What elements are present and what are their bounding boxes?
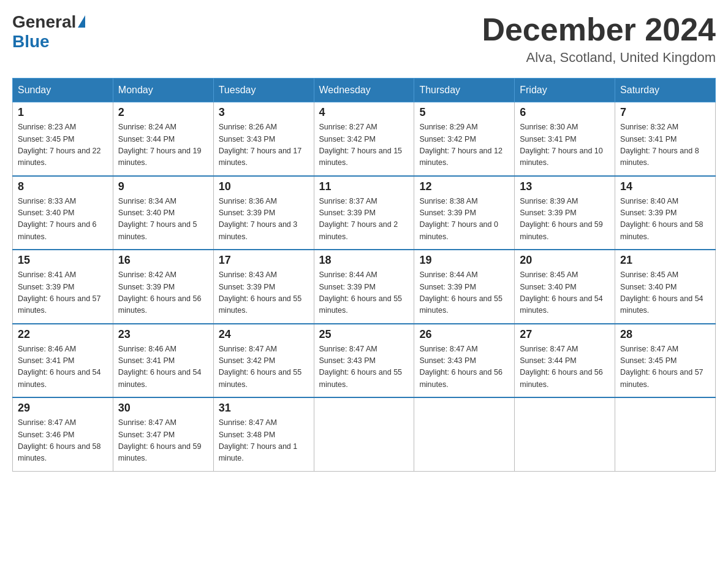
day-info: Sunrise: 8:43 AMSunset: 3:39 PMDaylight:… [219, 270, 302, 315]
day-info: Sunrise: 8:33 AMSunset: 3:40 PMDaylight:… [18, 197, 97, 241]
day-info: Sunrise: 8:47 AMSunset: 3:42 PMDaylight:… [219, 345, 302, 389]
calendar-cell: 7 Sunrise: 8:32 AMSunset: 3:41 PMDayligh… [615, 102, 716, 176]
logo: General Blue [12, 12, 85, 52]
day-number: 16 [118, 254, 208, 267]
day-number: 20 [520, 254, 610, 267]
calendar-cell: 18 Sunrise: 8:44 AMSunset: 3:39 PMDaylig… [314, 250, 414, 324]
day-info: Sunrise: 8:30 AMSunset: 3:41 PMDaylight:… [520, 123, 603, 167]
calendar-cell: 15 Sunrise: 8:41 AMSunset: 3:39 PMDaylig… [13, 250, 113, 324]
calendar-cell: 25 Sunrise: 8:47 AMSunset: 3:43 PMDaylig… [314, 324, 414, 398]
weekday-header-friday: Friday [515, 79, 615, 102]
day-number: 30 [118, 402, 208, 415]
calendar-cell: 20 Sunrise: 8:45 AMSunset: 3:40 PMDaylig… [515, 250, 615, 324]
weekday-header-saturday: Saturday [615, 79, 716, 102]
day-info: Sunrise: 8:36 AMSunset: 3:39 PMDaylight:… [219, 197, 298, 241]
weekday-header-sunday: Sunday [13, 79, 113, 102]
calendar-cell: 13 Sunrise: 8:39 AMSunset: 3:39 PMDaylig… [515, 176, 615, 250]
calendar-cell: 22 Sunrise: 8:46 AMSunset: 3:41 PMDaylig… [13, 324, 113, 398]
calendar-week-row: 22 Sunrise: 8:46 AMSunset: 3:41 PMDaylig… [13, 324, 716, 398]
calendar-cell: 19 Sunrise: 8:44 AMSunset: 3:39 PMDaylig… [414, 250, 515, 324]
day-info: Sunrise: 8:47 AMSunset: 3:48 PMDaylight:… [219, 418, 298, 462]
calendar-cell: 17 Sunrise: 8:43 AMSunset: 3:39 PMDaylig… [213, 250, 314, 324]
day-info: Sunrise: 8:46 AMSunset: 3:41 PMDaylight:… [18, 345, 101, 389]
day-info: Sunrise: 8:27 AMSunset: 3:42 PMDaylight:… [319, 123, 403, 167]
logo-triangle-icon [78, 15, 85, 28]
calendar-week-row: 8 Sunrise: 8:33 AMSunset: 3:40 PMDayligh… [13, 176, 716, 250]
calendar-cell [515, 397, 615, 471]
logo-blue-part [76, 15, 85, 29]
day-info: Sunrise: 8:47 AMSunset: 3:44 PMDaylight:… [520, 345, 603, 389]
day-info: Sunrise: 8:47 AMSunset: 3:43 PMDaylight:… [319, 345, 403, 389]
calendar-cell: 4 Sunrise: 8:27 AMSunset: 3:42 PMDayligh… [314, 102, 414, 176]
calendar-week-row: 15 Sunrise: 8:41 AMSunset: 3:39 PMDaylig… [13, 250, 716, 324]
calendar-cell: 1 Sunrise: 8:23 AMSunset: 3:45 PMDayligh… [13, 102, 113, 176]
calendar-cell: 16 Sunrise: 8:42 AMSunset: 3:39 PMDaylig… [113, 250, 213, 324]
weekday-header-monday: Monday [113, 79, 213, 102]
day-info: Sunrise: 8:39 AMSunset: 3:39 PMDaylight:… [520, 197, 603, 241]
day-number: 8 [18, 180, 108, 193]
day-number: 17 [219, 254, 309, 267]
day-info: Sunrise: 8:46 AMSunset: 3:41 PMDaylight:… [118, 345, 202, 389]
day-number: 7 [620, 106, 710, 119]
day-info: Sunrise: 8:38 AMSunset: 3:39 PMDaylight:… [419, 197, 498, 241]
day-number: 21 [620, 254, 710, 267]
calendar-cell: 28 Sunrise: 8:47 AMSunset: 3:45 PMDaylig… [615, 324, 716, 398]
calendar-cell: 2 Sunrise: 8:24 AMSunset: 3:44 PMDayligh… [113, 102, 213, 176]
calendar-cell: 27 Sunrise: 8:47 AMSunset: 3:44 PMDaylig… [515, 324, 615, 398]
day-number: 19 [419, 254, 509, 267]
calendar-week-row: 1 Sunrise: 8:23 AMSunset: 3:45 PMDayligh… [13, 102, 716, 176]
day-number: 29 [18, 402, 108, 415]
day-info: Sunrise: 8:40 AMSunset: 3:39 PMDaylight:… [620, 197, 703, 241]
logo-general-text: General [12, 12, 76, 32]
calendar-cell: 8 Sunrise: 8:33 AMSunset: 3:40 PMDayligh… [13, 176, 113, 250]
day-number: 31 [219, 402, 309, 415]
day-number: 26 [419, 328, 509, 341]
day-info: Sunrise: 8:29 AMSunset: 3:42 PMDaylight:… [419, 123, 502, 167]
calendar-cell: 29 Sunrise: 8:47 AMSunset: 3:46 PMDaylig… [13, 397, 113, 471]
calendar-cell: 9 Sunrise: 8:34 AMSunset: 3:40 PMDayligh… [113, 176, 213, 250]
calendar-cell [615, 397, 716, 471]
day-number: 6 [520, 106, 610, 119]
day-number: 22 [18, 328, 108, 341]
calendar-cell: 21 Sunrise: 8:45 AMSunset: 3:40 PMDaylig… [615, 250, 716, 324]
day-info: Sunrise: 8:44 AMSunset: 3:39 PMDaylight:… [419, 270, 502, 315]
day-info: Sunrise: 8:45 AMSunset: 3:40 PMDaylight:… [620, 270, 703, 315]
calendar-cell: 11 Sunrise: 8:37 AMSunset: 3:39 PMDaylig… [314, 176, 414, 250]
day-number: 2 [118, 106, 208, 119]
day-number: 9 [118, 180, 208, 193]
weekday-header-row: SundayMondayTuesdayWednesdayThursdayFrid… [13, 79, 716, 102]
weekday-header-thursday: Thursday [414, 79, 515, 102]
day-number: 10 [219, 180, 309, 193]
calendar-cell: 14 Sunrise: 8:40 AMSunset: 3:39 PMDaylig… [615, 176, 716, 250]
location-title: Alva, Scotland, United Kingdom [482, 50, 716, 66]
day-number: 27 [520, 328, 610, 341]
day-number: 25 [319, 328, 409, 341]
day-number: 24 [219, 328, 309, 341]
day-number: 11 [319, 180, 409, 193]
day-info: Sunrise: 8:47 AMSunset: 3:45 PMDaylight:… [620, 345, 703, 389]
calendar-cell: 26 Sunrise: 8:47 AMSunset: 3:43 PMDaylig… [414, 324, 515, 398]
day-number: 13 [520, 180, 610, 193]
month-title: December 2024 [482, 12, 716, 47]
day-info: Sunrise: 8:24 AMSunset: 3:44 PMDaylight:… [118, 123, 202, 167]
day-number: 5 [419, 106, 509, 119]
calendar-cell: 24 Sunrise: 8:47 AMSunset: 3:42 PMDaylig… [213, 324, 314, 398]
day-info: Sunrise: 8:37 AMSunset: 3:39 PMDaylight:… [319, 197, 398, 241]
calendar-table: SundayMondayTuesdayWednesdayThursdayFrid… [12, 78, 716, 472]
day-info: Sunrise: 8:47 AMSunset: 3:47 PMDaylight:… [118, 418, 202, 462]
day-info: Sunrise: 8:32 AMSunset: 3:41 PMDaylight:… [620, 123, 699, 167]
logo-blue-text: Blue [12, 32, 50, 52]
calendar-cell: 23 Sunrise: 8:46 AMSunset: 3:41 PMDaylig… [113, 324, 213, 398]
day-number: 12 [419, 180, 509, 193]
calendar-cell [414, 397, 515, 471]
calendar-cell: 12 Sunrise: 8:38 AMSunset: 3:39 PMDaylig… [414, 176, 515, 250]
calendar-cell: 31 Sunrise: 8:47 AMSunset: 3:48 PMDaylig… [213, 397, 314, 471]
day-info: Sunrise: 8:44 AMSunset: 3:39 PMDaylight:… [319, 270, 403, 315]
day-number: 15 [18, 254, 108, 267]
calendar-week-row: 29 Sunrise: 8:47 AMSunset: 3:46 PMDaylig… [13, 397, 716, 471]
page-header: General Blue December 2024 Alva, Scotlan… [12, 12, 716, 66]
day-info: Sunrise: 8:34 AMSunset: 3:40 PMDaylight:… [118, 197, 197, 241]
weekday-header-tuesday: Tuesday [213, 79, 314, 102]
day-number: 23 [118, 328, 208, 341]
calendar-cell: 10 Sunrise: 8:36 AMSunset: 3:39 PMDaylig… [213, 176, 314, 250]
